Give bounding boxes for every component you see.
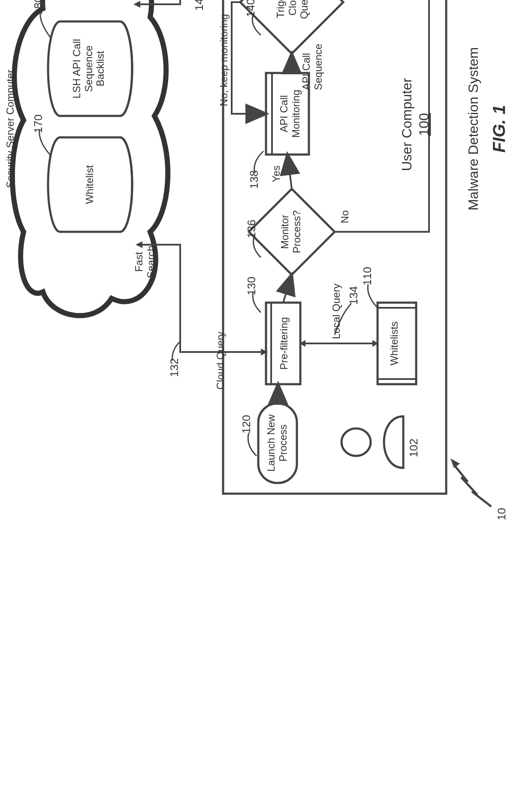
cloud-title: Security Server Computer bbox=[4, 39, 16, 219]
whitelists-ref: 110 bbox=[361, 267, 374, 285]
whitelists-label: Whitelists bbox=[388, 307, 400, 380]
cloud-query-left: Cloud Query bbox=[215, 326, 227, 395]
local-query-ref: 134 bbox=[348, 286, 360, 305]
launch-label: Launch New Process bbox=[265, 406, 289, 480]
api-mon-label: API Call Monitoring bbox=[278, 76, 302, 151]
trigger-ref: 140 bbox=[245, 0, 257, 17]
trigger-label: Trigger Cloud Query? bbox=[275, 0, 310, 30]
whitelist-ref: 170 bbox=[32, 115, 45, 133]
figure-title: Malware Detection System bbox=[466, 26, 481, 232]
blacklist-label: LSH API Call Sequence Backlist bbox=[71, 28, 106, 109]
monitor-label: Monitor Process? bbox=[279, 202, 302, 262]
user-icon bbox=[342, 416, 403, 468]
api-seq: API Call Sequence bbox=[300, 34, 324, 90]
diagram-canvas: Security Server Computer 160 Whitelist 1… bbox=[0, 0, 532, 532]
user-ref: 102 bbox=[408, 439, 420, 457]
whitelist-label: Whitelist bbox=[84, 155, 96, 215]
launch-ref: 120 bbox=[240, 415, 253, 434]
local-query: Local Query bbox=[330, 275, 342, 339]
system-ref-arrow bbox=[455, 466, 491, 507]
monitor-ref: 136 bbox=[245, 220, 258, 238]
svg-line-11 bbox=[283, 275, 292, 303]
api-mon-ref: 138 bbox=[248, 170, 261, 189]
blacklist-ref: 180 bbox=[32, 0, 45, 15]
svg-point-2 bbox=[342, 428, 371, 456]
trigger-no: No, keep monitoring bbox=[218, 0, 230, 120]
cloud-query-left-ref: 132 bbox=[168, 358, 181, 377]
monitor-yes: Yes bbox=[270, 161, 282, 187]
user-box-title: User Computer bbox=[399, 60, 415, 189]
prefilter-label: Pre-filtering bbox=[278, 306, 290, 381]
figure-number: FIG. 1 bbox=[489, 77, 509, 180]
system-ref: 10 bbox=[496, 508, 508, 520]
cloud-query-right-ref: 144 bbox=[193, 0, 206, 11]
fast-search-left: Fast Search bbox=[133, 243, 157, 281]
prefilter-ref: 130 bbox=[245, 277, 258, 295]
monitor-no: No bbox=[339, 206, 351, 228]
user-box-ref: 100 bbox=[416, 90, 432, 159]
svg-line-12 bbox=[287, 155, 292, 189]
fast-search-right: Fast Search bbox=[133, 0, 157, 2]
